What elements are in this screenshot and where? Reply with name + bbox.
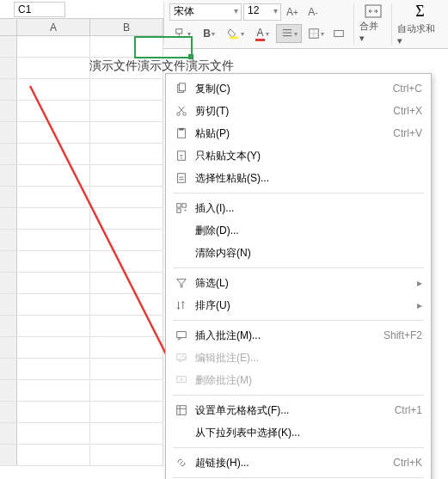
svg-rect-7 (179, 83, 185, 91)
svg-rect-1 (229, 37, 238, 40)
menu-format-cells[interactable]: 设置单元格格式(F)...Ctrl+1 (166, 399, 431, 421)
row[interactable] (0, 445, 163, 466)
menu-paste[interactable]: 粘贴(P)Ctrl+V (166, 122, 431, 144)
row[interactable] (0, 122, 163, 144)
row[interactable] (0, 144, 163, 165)
fill-color-icon[interactable]: ▾ (223, 24, 249, 43)
link-icon (173, 457, 190, 469)
menu-filter[interactable]: 筛选(L)▸ (166, 272, 431, 294)
svg-rect-4 (365, 5, 381, 17)
row[interactable] (0, 316, 163, 337)
svg-rect-17 (177, 209, 181, 212)
menu-hyperlink[interactable]: 超链接(H)...Ctrl+K (166, 451, 431, 474)
bold-icon[interactable]: B▾ (196, 24, 222, 43)
paste-text-icon: T (173, 150, 190, 162)
paste-icon (173, 127, 190, 139)
col-header-b[interactable]: B (90, 19, 163, 35)
format-cells-icon (173, 404, 190, 416)
row[interactable] (0, 208, 163, 230)
border-icon[interactable]: ▾ (303, 24, 328, 43)
increase-font-icon[interactable]: A+ (283, 3, 302, 21)
row[interactable] (0, 101, 163, 122)
svg-rect-0 (175, 29, 181, 34)
row[interactable] (0, 165, 163, 187)
decrease-font-icon[interactable]: A- (304, 3, 322, 21)
sort-icon (173, 299, 190, 311)
spreadsheet[interactable]: A B (0, 19, 163, 479)
menu-pick-list[interactable]: 从下拉列表中选择(K)... (166, 421, 431, 444)
svg-rect-15 (177, 204, 181, 207)
row[interactable] (0, 423, 163, 445)
menu-delete-comment: 删除批注(M) (166, 369, 431, 391)
insert-icon: + (173, 202, 190, 214)
row[interactable] (0, 359, 163, 380)
cut-icon (173, 105, 190, 117)
svg-rect-11 (179, 128, 183, 131)
menu-paste-text[interactable]: T只粘贴文本(Y) (166, 144, 431, 167)
svg-text:T: T (180, 154, 184, 160)
row[interactable] (0, 79, 163, 101)
cell-content: 演示文件演示文件演示文件 (89, 58, 234, 74)
copy-icon (173, 83, 190, 95)
edit-comment-icon (173, 352, 190, 364)
svg-rect-19 (177, 332, 187, 338)
font-size-select[interactable]: 12 (243, 3, 281, 21)
paste-special-icon (173, 172, 190, 184)
svg-rect-22 (177, 406, 187, 415)
row[interactable] (0, 273, 163, 294)
cell-style-icon[interactable] (329, 24, 348, 43)
comment-icon (173, 329, 190, 341)
svg-point-9 (183, 113, 187, 116)
menu-insert-comment[interactable]: 插入批注(M)...Shift+F2 (166, 324, 431, 347)
menu-copy[interactable]: 复制(C)Ctrl+C (166, 77, 431, 100)
menu-clear[interactable]: 清除内容(N) (166, 242, 431, 264)
menu-cut[interactable]: 剪切(T)Ctrl+X (166, 100, 431, 122)
svg-rect-14 (178, 174, 186, 183)
col-header-a[interactable]: A (17, 19, 90, 35)
context-menu: 复制(C)Ctrl+C 剪切(T)Ctrl+X 粘贴(P)Ctrl+V T只粘贴… (165, 73, 432, 479)
svg-rect-3 (334, 31, 344, 37)
filter-icon (173, 277, 190, 289)
font-name-select[interactable]: 宋体 (169, 3, 242, 21)
ribbon: 宋体 12 A+ A- ▾ B▾ ▾ A▾ ▾ ▾ 合并 ▾ Σ 自动求和 ▾ (163, 0, 448, 49)
row[interactable] (0, 380, 163, 402)
menu-edit-comment: 编辑批注(E)... (166, 347, 431, 369)
format-painter-icon[interactable]: ▾ (169, 24, 195, 43)
menu-insert[interactable]: +插入(I)... (166, 197, 431, 219)
row[interactable] (0, 187, 163, 208)
row[interactable] (0, 337, 163, 359)
row[interactable] (0, 294, 163, 316)
menu-paste-special[interactable]: 选择性粘贴(S)... (166, 167, 431, 189)
row[interactable] (0, 230, 163, 251)
row[interactable] (0, 251, 163, 273)
autosum-button[interactable]: Σ 自动求和 ▾ (392, 0, 448, 48)
menu-delete[interactable]: 删除(D)... (166, 219, 431, 242)
select-all-corner[interactable] (0, 19, 17, 35)
row[interactable] (0, 36, 163, 58)
merge-button[interactable]: 合并 ▾ (354, 0, 391, 48)
name-box[interactable] (14, 2, 65, 17)
delete-comment-icon (173, 374, 190, 386)
svg-point-8 (177, 113, 181, 116)
menu-sort[interactable]: 排序(U)▸ (166, 294, 431, 316)
row[interactable] (0, 402, 163, 423)
font-color-icon[interactable]: A▾ (249, 24, 275, 43)
svg-text:+: + (184, 206, 187, 212)
align-icon[interactable]: ▾ (276, 24, 302, 43)
